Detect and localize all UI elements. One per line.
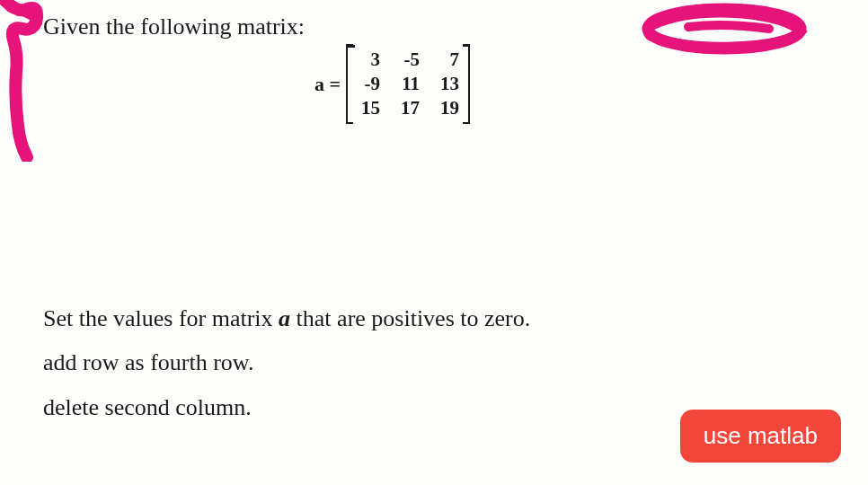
variable-a: a: [279, 305, 290, 331]
matrix-cell: 7: [436, 48, 459, 71]
instruction-line-1: Set the values for matrix a that are pos…: [43, 296, 530, 340]
matrix-cell: -5: [396, 48, 420, 71]
matrix-body: 3 -5 7 -9 11 13 15 17 19: [346, 45, 470, 123]
instruction-line-3: delete second column.: [43, 385, 530, 429]
matrix-cell: 11: [396, 73, 420, 95]
matrix-cell: 17: [396, 97, 420, 119]
svg-point-0: [648, 9, 801, 48]
matrix-cell: 13: [436, 73, 459, 95]
instruction-line-2: add row as fourth row.: [43, 340, 530, 384]
matrix-cell: 19: [436, 97, 459, 119]
matrix-cell: 3: [357, 48, 380, 71]
matrix-lhs: a =: [314, 73, 341, 96]
matrix-cell: -9: [357, 73, 380, 95]
annotation-scribble-right: [634, 0, 814, 63]
problem-instructions: Set the values for matrix a that are pos…: [43, 296, 530, 429]
matrix-cell: 15: [357, 97, 380, 119]
matrix-equation: a = 3 -5 7 -9 11 13 15 17 19: [314, 45, 470, 123]
use-matlab-badge: use matlab: [680, 410, 841, 463]
problem-prompt: Given the following matrix:: [43, 13, 305, 40]
